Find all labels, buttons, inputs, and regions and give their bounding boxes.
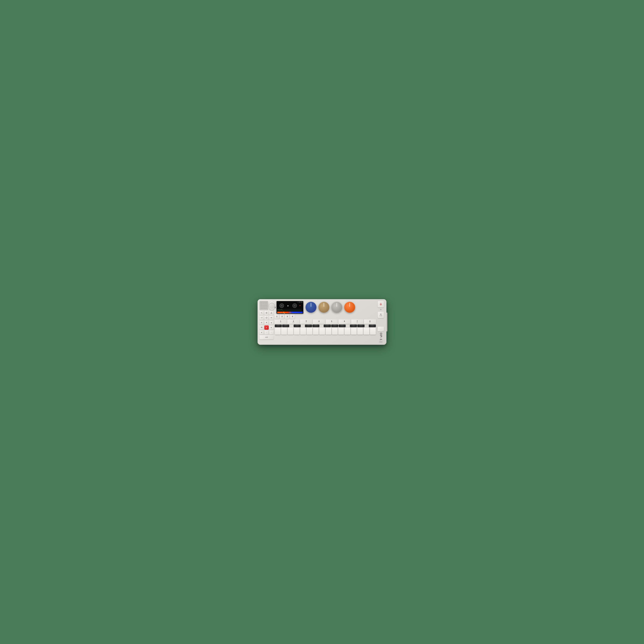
white-key-1[interactable] (275, 328, 281, 335)
func-btn-3[interactable] (269, 311, 274, 315)
ch6-num: 6 (344, 320, 345, 322)
channel-buttons-row: 1 IN 2 OUT 3 ⟳ 4 ∞ (275, 319, 376, 324)
func-btn-6[interactable] (269, 316, 274, 320)
knob-orange[interactable] (344, 302, 355, 313)
channel-btn-5[interactable]: 5 Я (326, 319, 338, 324)
speaker-dot (265, 302, 266, 303)
stop-button[interactable]: ■ (259, 330, 264, 335)
channel-btn-8[interactable]: 8 M2 (364, 319, 376, 324)
black-key-4[interactable] (305, 325, 312, 327)
shift-button[interactable]: shift (259, 335, 274, 339)
op1-device: ● ▶ ■ ← → (258, 299, 386, 345)
white-key-8[interactable] (319, 328, 325, 335)
plus-area: + (380, 308, 382, 311)
svg-point-12 (381, 314, 381, 315)
black-key-7[interactable] (331, 325, 338, 327)
func-row-1 (259, 311, 274, 315)
func-btn-8[interactable] (264, 320, 269, 325)
speaker-dot (263, 304, 264, 304)
screen-timecode: 2 29 15 (298, 302, 303, 303)
left-button[interactable]: ← (264, 330, 269, 335)
speaker-dot (263, 302, 263, 303)
white-key-6[interactable] (307, 328, 312, 335)
encoder-knob[interactable] (269, 301, 275, 310)
black-key-6[interactable] (324, 325, 331, 327)
num-button-4[interactable]: 4 (290, 314, 295, 319)
knob-indicator-1 (311, 303, 311, 307)
black-key-2[interactable] (282, 325, 289, 327)
top-controls: 3 2 29 15 (275, 301, 376, 319)
mic-button[interactable] (378, 301, 384, 307)
channel-btn-6[interactable]: 6 .... (338, 319, 351, 324)
speaker-dot (266, 302, 266, 303)
speaker-dot (263, 308, 264, 308)
device-side-edge (386, 313, 387, 331)
white-key-11[interactable] (338, 328, 344, 335)
white-key-2[interactable] (281, 328, 287, 335)
black-key-8[interactable] (339, 325, 346, 327)
ch5-num: 5 (331, 320, 332, 322)
channel-btn-3[interactable]: 3 ⟳ (300, 319, 312, 324)
black-key-3[interactable] (294, 325, 301, 327)
white-key-12[interactable] (344, 328, 350, 335)
left-controls: ● ▶ ■ ← → (259, 301, 274, 343)
num-button-1[interactable]: 1 (275, 314, 279, 319)
knob-gray[interactable] (331, 302, 342, 313)
func-btn-1[interactable] (259, 311, 264, 315)
white-key-4[interactable] (294, 328, 300, 335)
white-key-3[interactable] (288, 328, 293, 335)
channel-btn-2[interactable]: 2 OUT (287, 319, 300, 324)
black-key-1[interactable] (275, 325, 282, 327)
plus-icon: + (380, 308, 382, 311)
ch7-sub: MI (357, 322, 358, 323)
play-icon: ▶ (271, 327, 272, 328)
white-key-10[interactable] (332, 328, 338, 335)
record-button[interactable]: ● (264, 325, 269, 330)
channel-btn-7[interactable]: 7 MI (351, 319, 363, 324)
white-key-15[interactable] (364, 328, 369, 335)
white-key-5[interactable] (300, 328, 306, 335)
black-key-9[interactable] (350, 325, 357, 327)
more-button[interactable]: ... (378, 327, 384, 331)
screen-header: 2 29 15 (277, 301, 303, 303)
play-button[interactable]: ▶ (269, 325, 274, 330)
white-key-9[interactable] (326, 328, 331, 335)
func-btn-10[interactable] (259, 325, 264, 330)
speaker-dot (260, 304, 261, 304)
func-btn-4[interactable] (259, 316, 264, 320)
field-label: field (379, 341, 383, 343)
encoder-inner (269, 303, 275, 309)
speaker-dot (261, 308, 262, 308)
black-key-5[interactable] (312, 325, 319, 327)
svg-point-5 (262, 327, 262, 328)
speaker-dot (263, 305, 263, 305)
white-key-7[interactable] (313, 328, 319, 335)
content-area: ● ▶ ■ ← → (259, 301, 385, 343)
func-btn-5[interactable] (264, 316, 269, 320)
com-button[interactable]: COM (378, 312, 384, 318)
right-button[interactable]: → (269, 330, 274, 335)
speaker-dot (266, 307, 266, 307)
speaker-dot (264, 305, 264, 305)
svg-rect-8 (277, 310, 302, 311)
speaker-dot (266, 305, 266, 305)
knob-tan[interactable] (318, 302, 329, 313)
svg-point-4 (261, 327, 262, 328)
white-key-16[interactable] (370, 328, 376, 335)
white-key-13[interactable] (351, 328, 357, 335)
func-btn-7[interactable] (259, 320, 264, 325)
num-button-2[interactable]: 2 (280, 314, 284, 319)
speaker-dot (263, 308, 263, 308)
channel-btn-4[interactable]: 4 ∞ (313, 319, 325, 324)
num-button-3[interactable]: 3 (285, 314, 290, 319)
black-key-10[interactable] (357, 325, 364, 327)
channel-btn-1[interactable]: 1 IN (275, 319, 287, 324)
black-key-11[interactable] (369, 325, 376, 327)
func-btn-2[interactable] (264, 311, 269, 315)
white-key-14[interactable] (357, 328, 363, 335)
func-row-5: ■ ← → (259, 330, 274, 335)
knob-blue[interactable] (305, 302, 316, 313)
svg-rect-2 (271, 317, 271, 318)
knob-group-4 (344, 302, 355, 313)
func-btn-9[interactable] (269, 320, 274, 325)
